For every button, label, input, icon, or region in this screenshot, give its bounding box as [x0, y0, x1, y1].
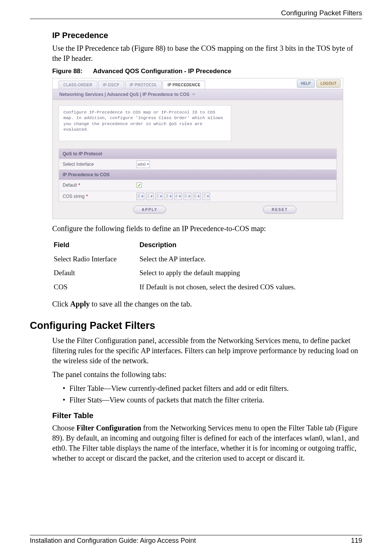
list-item: Filter Stats—View counts of packets that… [63, 395, 362, 405]
default-checkbox[interactable]: ✓ [137, 183, 142, 188]
info-box: Configure IP-Precedence to COS map or IP… [59, 105, 231, 141]
heading-configuring-packet-filters: Configuring Packet Filters [30, 319, 362, 332]
heading-ip-precedence: IP Precedence [52, 30, 362, 41]
chevron-down-icon: ▾ [160, 194, 162, 199]
cos-select-2[interactable]: 2▾ [155, 193, 163, 200]
label-cos-string: COS string* [59, 191, 134, 202]
chevron-down-icon: ▾ [198, 194, 200, 199]
apply-button[interactable]: APPLY [133, 206, 166, 214]
chevron-down-icon: ▾ [207, 194, 209, 199]
chevron-down-icon: ▾ [188, 194, 190, 199]
table-row: Select Radio Interface Select the AP int… [52, 252, 362, 266]
th-field: Field [52, 237, 138, 252]
field-description-table: Field Description Select Radio Interface… [52, 237, 362, 294]
reset-button[interactable]: RESET [263, 206, 296, 214]
breadcrumb: Networking Services | Advanced QoS | IP … [53, 89, 343, 100]
cos-select-4[interactable]: 4▾ [174, 193, 182, 200]
footer-title: Installation and Configuration Guide: Ai… [30, 536, 196, 545]
running-header: Configuring Packet Filters [281, 8, 362, 18]
tab-ip-protocol[interactable]: IP PROTOCOL [125, 81, 162, 89]
section-ip-precedence-to-cos: IP Precedence to COS [59, 169, 337, 180]
figure-number: Figure 88: [52, 68, 82, 75]
table-row: Default Select to apply the default mapp… [52, 266, 362, 280]
label-default-text: Default [63, 183, 77, 188]
tab-ip-dscp[interactable]: IP-DSCP [98, 81, 124, 89]
page-footer: Installation and Configuration Guide: Ai… [30, 536, 362, 545]
required-icon: * [78, 183, 80, 188]
help-button[interactable]: HELP [297, 80, 315, 88]
required-icon: * [86, 194, 88, 199]
label-select-interface: Select Interface [59, 159, 134, 169]
intro-paragraph: Use the IP Precedence tab (Figure 88) to… [52, 43, 362, 63]
filter-table-paragraph: Choose Filter Configuration from the Net… [52, 423, 362, 463]
cpf-bullet-list: Filter Table—View currently-defined pack… [63, 383, 362, 405]
th-description: Description [138, 237, 362, 252]
tab-class-order[interactable]: CLASS-ORDER [59, 81, 97, 89]
cpf-paragraph-1: Use the Filter Configuration panel, acce… [52, 336, 362, 366]
chevron-down-icon: ▾ [147, 162, 149, 167]
header-rule [30, 19, 362, 19]
table-row: COS If Default is not chosen, select the… [52, 280, 362, 294]
filter-configuration-bold: Filter Configuration [76, 424, 141, 432]
cos-select-5[interactable]: 5▾ [184, 193, 191, 200]
cos-select-0[interactable]: 0▾ [137, 193, 144, 200]
heading-filter-table: Filter Table [52, 410, 362, 421]
logout-button[interactable]: LOGOUT [316, 80, 341, 88]
tab-bar: CLASS-ORDER IP-DSCP IP PROTOCOL IP PRECE… [53, 78, 297, 89]
chevron-down-icon: ▾ [141, 194, 143, 199]
chevron-right-icon: >> [192, 92, 195, 97]
cpf-paragraph-2: The panel contains the following tabs: [52, 370, 362, 380]
chevron-down-icon: ▾ [179, 194, 181, 199]
chevron-down-icon: ▾ [151, 194, 153, 199]
cell-description: Select to apply the default mapping [138, 266, 362, 280]
figure-title: Advanced QOS Configuration - IP Preceden… [93, 68, 231, 75]
cos-select-1[interactable]: 1▾ [146, 193, 154, 200]
cell-field: Default [52, 266, 138, 280]
cell-description: Select the AP interface. [138, 252, 362, 266]
label-cos-string-text: COS string [63, 194, 85, 199]
cos-select-3[interactable]: 3▾ [164, 193, 172, 200]
cell-field: COS [52, 280, 138, 294]
page-number: 119 [351, 536, 362, 545]
footer-rule [30, 535, 362, 535]
cell-field: Select Radio Interface [52, 252, 138, 266]
chevron-down-icon: ▾ [170, 194, 172, 199]
cos-select-7[interactable]: 7▾ [202, 193, 210, 200]
cell-description: If Default is not chosen, select the des… [138, 280, 362, 294]
configure-intro: Configure the following fields to define… [52, 224, 362, 234]
screenshot-panel: CLASS-ORDER IP-DSCP IP PROTOCOL IP PRECE… [52, 78, 343, 220]
section-qos-ip-protocol: QoS to IP Protocol [59, 149, 337, 159]
breadcrumb-text: Networking Services | Advanced QoS | IP … [59, 91, 189, 97]
select-interface-value: eth0 [138, 162, 145, 167]
figure-caption: Figure 88:Advanced QOS Configuration - I… [52, 67, 362, 76]
tab-ip-precedence[interactable]: IP PRECEDENCE [163, 81, 205, 89]
label-default: Default* [59, 180, 134, 190]
list-item: Filter Table—View currently-defined pack… [63, 383, 362, 393]
cos-select-6[interactable]: 6▾ [193, 193, 201, 200]
apply-bold: Apply [70, 300, 90, 308]
select-interface-dropdown[interactable]: eth0 ▾ [137, 161, 150, 168]
apply-instruction: Click Apply to save all the changes on t… [52, 299, 362, 309]
